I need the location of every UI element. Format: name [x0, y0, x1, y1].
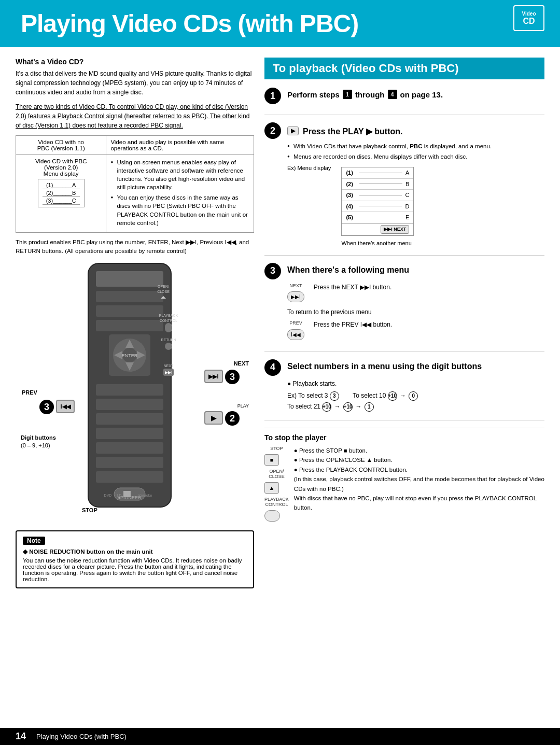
playback-control-button-icon [264, 510, 280, 522]
step4-header: 4 Select numbers in a menu using the dig… [264, 359, 544, 376]
perform-steps-box: Perform steps 1 through 4 on page 13. [287, 88, 544, 101]
svg-rect-4 [96, 320, 163, 331]
arrow3: → [355, 401, 361, 413]
step3-body: NEXT ▶▶I Press the NEXT ▶▶I button. To r… [287, 283, 544, 342]
nopbc-label: Video CD with noPBC (Version 1.1) [37, 139, 85, 151]
menu-item-2: (2)______B [43, 189, 80, 197]
stop-button-icon: ■ [264, 454, 279, 466]
perform-steps-text: Perform steps [287, 90, 340, 99]
menu-right-item-2: (2)B [342, 179, 413, 190]
menu-right-item-3: (3)C [342, 190, 413, 201]
return-note: To return to the previous menu [287, 307, 544, 317]
whats-body1: It's a disc that delivers the MD sound q… [16, 69, 254, 97]
step4-block: 4 Select numbers in a menu using the dig… [264, 359, 544, 420]
stop-item-1: ● Press the STOP ■ button. [294, 446, 544, 455]
step3-header: 3 When there's a following menu [264, 263, 544, 279]
to-stop-icons: STOP ■ OPEN/CLOSE ▲ PLAYBACKCONTROL [264, 446, 289, 522]
step2-bullet-2: Menus are recorded on discs. Menu displa… [287, 152, 544, 161]
step1-num4-badge: 4 [388, 90, 397, 99]
table-cell-nopbc-label: Video CD with noPBC (Version 1.1) [16, 136, 106, 155]
menu-right-item-4: (4)D [342, 201, 413, 213]
through-word: through [355, 90, 385, 99]
svg-rect-14 [96, 399, 163, 410]
note-body-text: You can use the noise reduction function… [23, 557, 247, 582]
num0-circle: 0 [409, 391, 418, 401]
step2-body: With Video CDs that have playback contro… [287, 142, 544, 248]
on-page-text: on page 13. [400, 90, 443, 99]
svg-rect-19 [96, 471, 163, 483]
digit-range-label: (0 – 9, +10) [21, 442, 50, 448]
badge-video-text: Video [522, 11, 536, 17]
num21-circle2: +10 [343, 402, 353, 412]
svg-rect-1 [96, 271, 163, 287]
step3-prev-sub: PREV I◀◀ Press the PREV I◀◀ button. [287, 320, 544, 342]
when-another-menu: When there's another menu [341, 239, 414, 248]
table-cell-pbc-desc: Using on-screen menus enables easy play … [106, 155, 254, 233]
prev-button-left: I◀◀ [56, 400, 75, 413]
openclose-icon: OPEN/CLOSE [264, 469, 289, 479]
svg-rect-27 [165, 323, 172, 332]
svg-text:DVD: DVD [104, 494, 112, 497]
step2-block: 2 ▶ Press the PLAY ▶ button. With Video … [264, 122, 544, 256]
to-select-21: To select 21 [287, 403, 320, 410]
svg-text:▶▶I: ▶▶I [165, 370, 172, 375]
stop-item-3: ● Press the PLAYBACK CONTROL button. [294, 465, 544, 474]
step3-block: 3 When there's a following menu NEXT ▶▶I… [264, 263, 544, 352]
svg-text:CLOSE: CLOSE [157, 290, 170, 293]
stop-item-4: (In this case, playback control switches… [294, 474, 544, 494]
play-button-right: ▶ [204, 411, 223, 425]
step2-header: 2 ▶ Press the PLAY ▶ button. [264, 122, 544, 139]
pbc-bullet-2: You can enjoy these discs in the same wa… [110, 193, 249, 227]
svg-rect-17 [96, 442, 163, 454]
to-stop-title: To stop the player [264, 433, 544, 442]
menu-item-1: (1)______A [43, 181, 80, 189]
ex-label: Ex) Menu display [287, 164, 331, 173]
next-button-menu: ▶▶I NEXT [381, 225, 409, 234]
step4-title: Select numbers in a menu using the digit… [287, 359, 482, 372]
note-box: Note ◆ NOISE REDUCTION button on the mai… [16, 530, 254, 588]
step3-circle-left: 3 [39, 400, 54, 414]
step2-title: Press the PLAY ▶ button. [303, 124, 402, 137]
menu-right-item-1: (1)A [342, 167, 413, 179]
num1-circle: 1 [365, 402, 374, 412]
prev-label: PREV [22, 389, 37, 396]
right-column: To playback (Video CDs with PBC) 1 Perfo… [264, 58, 544, 588]
stop-icon: STOP [264, 446, 289, 451]
next-icon-step3: ▶▶I [287, 291, 304, 302]
video-cd-badge: Video CD [513, 5, 544, 31]
product-note: This product enables PBC play using the … [16, 238, 254, 256]
prev-label-step3: PREV [289, 320, 302, 327]
to-stop-items: STOP ■ OPEN/CLOSE ▲ PLAYBACKCONTROL ● Pr… [264, 446, 544, 522]
page-footer: 14 Playing Video CDs (with PBC) [0, 728, 560, 745]
step3-title: When there's a following menu [287, 263, 409, 276]
to-select-10: To select 10 [353, 392, 386, 399]
step3-num: 3 [264, 263, 281, 279]
arrow2: → [334, 401, 341, 413]
page-header: Playing Video CDs (with PBC) Video CD [0, 0, 560, 47]
svg-rect-29 [165, 343, 172, 350]
svg-text:Karaoke: Karaoke [138, 494, 152, 497]
prev-icon-step3: I◀◀ [287, 329, 304, 340]
menu-display-left: (1)______A (2)______B (3)______C [38, 179, 85, 207]
step1-header: 1 Perform steps 1 through 4 on page 13. [264, 88, 544, 104]
stop-section-block: To stop the player STOP ■ OPEN/CLOSE ▲ P… [264, 428, 544, 529]
left-column: What's a Video CD? It's a disc that deli… [16, 58, 254, 588]
playback-ctrl-icon: PLAYBACKCONTROL [264, 497, 289, 507]
playback-starts: ● Playback starts. [287, 379, 544, 388]
stop-item-5: With discs that have no PBC, play will n… [294, 494, 544, 513]
svg-rect-18 [96, 457, 163, 468]
to-stop-text: ● Press the STOP ■ button. ● Press the O… [294, 446, 544, 513]
menu-right-item-5: (5)E [342, 212, 413, 223]
play-button-icon: ▶ [287, 126, 299, 135]
right-section-title: To playback (Video CDs with PBC) [264, 58, 544, 79]
num21-circle1: +10 [322, 402, 331, 412]
step3-next-sub: NEXT ▶▶I Press the NEXT ▶▶I button. [287, 283, 544, 305]
svg-rect-15 [96, 413, 163, 425]
svg-text:ENTER: ENTER [122, 353, 138, 358]
whats-body2: There are two kinds of Video CD. To cont… [16, 102, 254, 130]
note-title: Note [23, 537, 247, 545]
table-cell-nopbc-desc: Video and audio play is possible with sa… [106, 136, 254, 155]
arrow1: → [400, 390, 406, 402]
next-label-remote: NEXT [234, 360, 249, 367]
video-cd-types-table: Video CD with noPBC (Version 1.1) Video … [16, 135, 254, 233]
